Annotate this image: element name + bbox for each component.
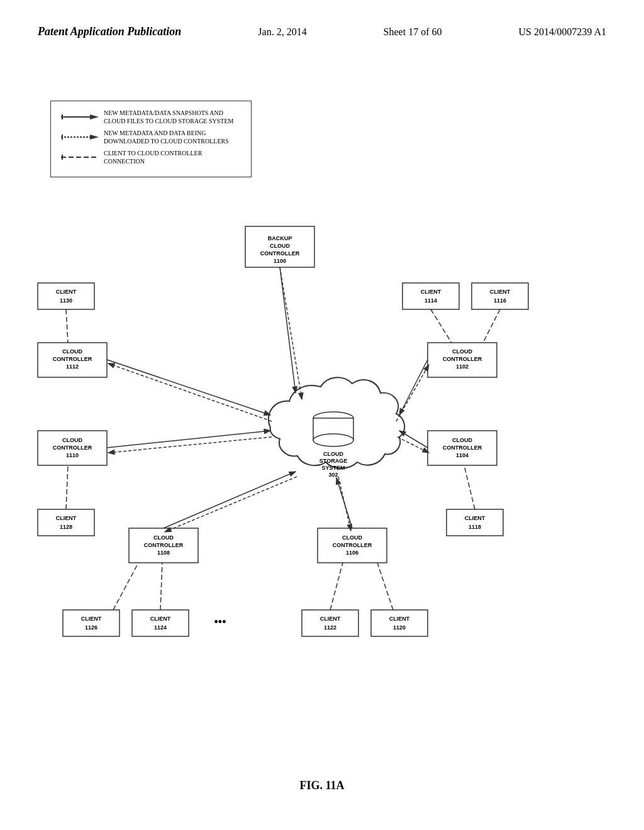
svg-text:1100: 1100	[274, 258, 286, 264]
svg-text:1116: 1116	[494, 297, 506, 304]
client-1118-box	[447, 509, 503, 536]
svg-text:CLIENT: CLIENT	[320, 616, 341, 622]
svg-text:CLIENT: CLIENT	[81, 616, 102, 622]
client-1130-box	[38, 283, 94, 309]
svg-text:1120: 1120	[393, 624, 406, 631]
legend-dashed-text: CLIENT TO CLOUD CONTROLLERCONNECTION	[104, 149, 202, 165]
svg-text:302: 302	[328, 472, 338, 478]
publication-date: Jan. 2, 2014	[258, 26, 306, 38]
svg-text:CLIENT: CLIENT	[490, 289, 511, 295]
svg-text:1114: 1114	[425, 297, 437, 304]
svg-text:1108: 1108	[157, 550, 170, 556]
client-1120-box	[371, 610, 428, 636]
svg-text:CLIENT: CLIENT	[421, 289, 441, 295]
page-header: Patent Application Publication Jan. 2, 2…	[0, 0, 644, 51]
svg-text:CONTROLLER: CONTROLLER	[53, 445, 92, 451]
svg-text:CLIENT: CLIENT	[56, 289, 77, 295]
c1130-to-cc1112-dashed	[66, 309, 68, 343]
cc1102-to-cloud-arrow	[399, 360, 428, 415]
legend-box: NEW METADATA/DATA SNAPSHOTS ANDCLOUD FIL…	[50, 101, 252, 177]
svg-text:CONTROLLER: CONTROLLER	[53, 356, 92, 362]
svg-text:1130: 1130	[60, 297, 72, 304]
client-1126-box	[63, 610, 119, 636]
svg-marker-4	[90, 135, 99, 140]
client-1114-box	[402, 283, 459, 309]
legend-dashed-line-icon	[61, 153, 99, 162]
svg-text:1106: 1106	[346, 550, 358, 556]
backup-to-cloud-dotted	[280, 267, 302, 399]
legend-dotted-arrow-icon	[61, 133, 99, 141]
svg-text:1126: 1126	[85, 624, 97, 631]
svg-text:CLOUD: CLOUD	[62, 348, 82, 355]
svg-text:1118: 1118	[469, 524, 481, 530]
svg-text:BACKUP: BACKUP	[268, 235, 292, 241]
c1128-to-cc1110-dashed	[66, 465, 68, 509]
svg-text:CONTROLLER: CONTROLLER	[443, 445, 482, 451]
patent-number: US 2014/0007239 A1	[518, 26, 606, 38]
svg-text:CONTROLLER: CONTROLLER	[144, 542, 184, 548]
svg-text:CLIENT: CLIENT	[56, 515, 77, 521]
svg-point-13	[313, 434, 353, 446]
client-1128-box	[38, 509, 94, 536]
client-1124-box	[132, 610, 189, 636]
svg-text:CLOUD: CLOUD	[452, 348, 472, 355]
svg-text:•••: •••	[214, 616, 226, 628]
svg-text:CLOUD: CLOUD	[153, 534, 174, 541]
legend-item-dotted: NEW METADATA AND DATA BEINGDOWNLOADED TO…	[61, 129, 241, 145]
figure-caption: FIG. 11A	[299, 779, 344, 792]
svg-text:CLOUD: CLOUD	[62, 437, 82, 443]
c1124-to-cc1108-dashed	[160, 563, 162, 610]
publication-title: Patent Application Publication	[38, 25, 181, 38]
legend-item-dashed: CLIENT TO CLOUD CONTROLLERCONNECTION	[61, 149, 241, 165]
svg-text:1110: 1110	[66, 452, 79, 458]
client-1122-box	[302, 610, 358, 636]
svg-text:CLOUD: CLOUD	[342, 534, 362, 541]
c1116-to-cc1102-dashed	[483, 309, 500, 343]
client-1116-box	[472, 283, 528, 309]
svg-text:CLOUD: CLOUD	[270, 243, 290, 249]
svg-text:1122: 1122	[324, 624, 336, 631]
c1122-to-cc1106-dashed	[330, 563, 343, 610]
svg-text:1102: 1102	[456, 363, 469, 370]
svg-text:CLOUD: CLOUD	[323, 451, 343, 457]
c1126-to-cc1108-dashed	[113, 563, 138, 610]
cloud-storage-shape: CLOUD STORAGE SYSTEM 302	[269, 377, 404, 478]
cloud-to-cc1106-dotted	[338, 477, 351, 531]
svg-text:CLIENT: CLIENT	[465, 515, 486, 521]
legend-item-solid: NEW METADATA/DATA SNAPSHOTS ANDCLOUD FIL…	[61, 109, 241, 125]
cloud-to-cc1102-dotted	[396, 365, 429, 421]
legend-solid-text: NEW METADATA/DATA SNAPSHOTS ANDCLOUD FIL…	[104, 109, 233, 125]
svg-text:1104: 1104	[456, 452, 469, 458]
legend-solid-arrow-icon	[61, 113, 99, 121]
svg-text:CLOUD: CLOUD	[452, 437, 472, 443]
svg-text:1112: 1112	[66, 363, 79, 370]
svg-text:1124: 1124	[154, 624, 167, 631]
svg-text:CLIENT: CLIENT	[150, 616, 171, 622]
sheet-number: Sheet 17 of 60	[384, 26, 442, 38]
svg-text:SYSTEM: SYSTEM	[321, 465, 345, 471]
svg-text:CONTROLLER: CONTROLLER	[260, 250, 300, 257]
cloud-to-cc1112-dotted	[108, 363, 272, 421]
cc1112-to-cloud-arrow	[107, 360, 270, 415]
svg-text:STORAGE: STORAGE	[319, 458, 347, 464]
legend-dotted-text: NEW METADATA AND DATA BEINGDOWNLOADED TO…	[104, 129, 229, 145]
svg-text:1128: 1128	[60, 524, 72, 530]
cc1108-to-cloud-arrow	[164, 472, 296, 528]
diagram-svg: CLOUD STORAGE SYSTEM 302 BACKUP CLOUD CO…	[0, 208, 644, 723]
backup-to-cloud-solid	[280, 267, 296, 393]
svg-text:CONTROLLER: CONTROLLER	[443, 356, 482, 362]
c1120-to-cc1106-dashed	[377, 563, 393, 610]
c1118-to-cc1104-dashed	[464, 465, 475, 509]
svg-text:CONTROLLER: CONTROLLER	[333, 542, 372, 548]
c1114-to-cc1102-dashed	[431, 309, 452, 343]
svg-text:CLIENT: CLIENT	[389, 616, 410, 622]
cloud-to-cc1108-dotted	[165, 477, 297, 532]
svg-marker-1	[90, 114, 99, 119]
